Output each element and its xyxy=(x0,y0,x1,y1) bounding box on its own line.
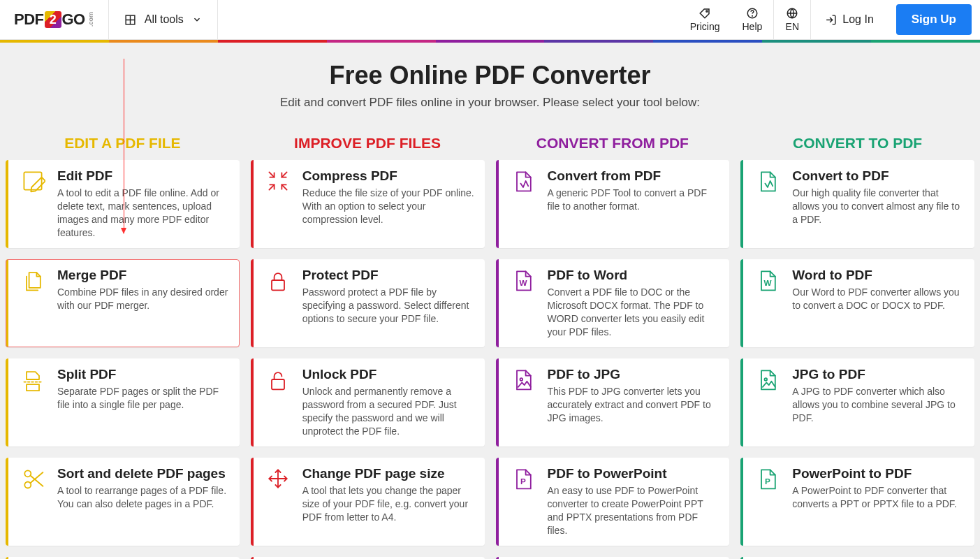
file-pdf-icon xyxy=(743,160,792,248)
tool-card[interactable]: PDF to PowerPointAn easy to use PDF to P… xyxy=(496,458,730,546)
login-label: Log In xyxy=(842,13,873,26)
brand-pre: PDF xyxy=(14,10,44,29)
all-tools-menu[interactable]: All tools xyxy=(109,0,218,39)
card-desc: Unlock and permanently remove a password… xyxy=(302,385,475,438)
tool-card[interactable]: Sort and delete PDF pagesA tool to rearr… xyxy=(6,458,240,546)
card-desc: A generic PDF Tool to convert a PDF file… xyxy=(548,187,720,213)
card-desc: A tool to rearrange pages of a PDF file.… xyxy=(57,484,230,511)
card-desc: Separate PDF pages or split the PDF file… xyxy=(57,385,230,412)
unlock-icon xyxy=(254,358,302,447)
page-subtitle: Edit and convert PDF files online in you… xyxy=(0,96,980,110)
card-body: PowerPoint to PDFA PowerPoint to PDF con… xyxy=(792,458,974,546)
tool-card[interactable]: Convert to PDFOur high quality file conv… xyxy=(740,160,974,248)
card-desc: Combine PDF files in any desired order w… xyxy=(57,286,230,312)
card-title: Split PDF xyxy=(57,367,230,382)
card-body: Edit PDFA tool to edit a PDF file online… xyxy=(57,160,240,248)
column-from: CONVERT FROM PDFConvert from PDFA generi… xyxy=(496,122,730,559)
tool-card[interactable]: Unlock PDFUnlock and permanently remove … xyxy=(251,358,485,447)
tool-card[interactable]: Compress PDFReduce the file size of your… xyxy=(251,160,485,248)
card-title: Unlock PDF xyxy=(302,367,475,382)
brand-mid: 2 xyxy=(45,11,61,28)
card-desc: Password protect a PDF file by specifyin… xyxy=(302,286,475,326)
card-title: JPG to PDF xyxy=(792,367,965,382)
svg-point-1 xyxy=(706,10,708,12)
help-label: Help xyxy=(743,21,763,32)
tool-card[interactable]: Change PDF page sizeA tool that lets you… xyxy=(251,458,485,546)
tool-card[interactable]: Edit PDFA tool to edit a PDF file online… xyxy=(6,160,240,248)
file-p-icon xyxy=(743,458,792,546)
card-body: Protect PDFPassword protect a PDF file b… xyxy=(302,259,485,347)
move-icon xyxy=(254,458,302,546)
language-switch[interactable]: EN xyxy=(774,0,810,39)
brand-post: GO xyxy=(62,10,85,29)
card-body: Split PDFSeparate PDF pages or split the… xyxy=(57,358,240,447)
card-body: Unlock PDFUnlock and permanently remove … xyxy=(302,358,485,447)
tool-card[interactable]: PowerPoint to PDFA PowerPoint to PDF con… xyxy=(740,458,974,546)
file-w-icon xyxy=(743,259,792,347)
tool-card[interactable]: Protect PDFPassword protect a PDF file b… xyxy=(251,259,485,347)
page-title: Free Online PDF Converter xyxy=(0,61,980,90)
lock-icon xyxy=(254,259,302,347)
card-desc: A JPG to PDF converter which also allows… xyxy=(792,385,965,425)
card-title: Sort and delete PDF pages xyxy=(57,466,230,481)
card-title: PDF to PowerPoint xyxy=(548,466,720,481)
grid-icon xyxy=(124,14,136,26)
tool-card[interactable]: Merge PDFCombine PDF files in any desire… xyxy=(6,259,240,347)
annotation-arrow xyxy=(124,59,124,233)
column-title: CONVERT TO PDF xyxy=(740,135,974,152)
file-img-icon xyxy=(499,358,548,447)
all-tools-label: All tools xyxy=(145,13,184,26)
card-title: PDF to JPG xyxy=(548,367,720,382)
column-title: IMPROVE PDF FILES xyxy=(251,135,485,152)
column-to: CONVERT TO PDFConvert to PDFOur high qua… xyxy=(740,122,974,559)
card-desc: This PDF to JPG converter lets you accur… xyxy=(548,385,720,425)
file-img-icon xyxy=(743,358,792,447)
card-title: PDF to Word xyxy=(548,268,720,283)
tool-card[interactable]: Word to PDFOur Word to PDF converter all… xyxy=(740,259,974,347)
card-title: Convert from PDF xyxy=(548,168,720,184)
card-title: Change PDF page size xyxy=(302,466,475,481)
tool-grid: EDIT A PDF FILEEdit PDFA tool to edit a … xyxy=(0,122,980,559)
card-body: Compress PDFReduce the file size of your… xyxy=(302,160,485,248)
tool-card[interactable]: JPG to PDFA JPG to PDF converter which a… xyxy=(740,358,974,447)
tool-card[interactable]: PDF to WordConvert a PDF file to DOC or … xyxy=(496,259,730,347)
tag-icon xyxy=(698,7,712,20)
card-title: Word to PDF xyxy=(792,268,965,283)
scissors-icon xyxy=(8,458,57,546)
card-title: Protect PDF xyxy=(302,268,475,283)
pricing-label: Pricing xyxy=(690,21,720,32)
login-button[interactable]: Log In xyxy=(811,0,887,39)
chevron-down-icon xyxy=(192,15,202,24)
column-title: EDIT A PDF FILE xyxy=(6,135,240,152)
card-desc: Reduce the file size of your PDF online.… xyxy=(302,187,475,226)
card-body: PDF to PowerPointAn easy to use PDF to P… xyxy=(548,458,730,546)
card-desc: A tool to edit a PDF file online. Add or… xyxy=(57,187,230,240)
column-title: CONVERT FROM PDF xyxy=(496,135,730,152)
card-title: Compress PDF xyxy=(302,168,475,184)
card-title: Convert to PDF xyxy=(792,168,965,184)
signup-button[interactable]: Sign Up xyxy=(896,4,972,35)
help-link[interactable]: Help xyxy=(731,0,774,39)
lang-label: EN xyxy=(786,21,799,32)
login-icon xyxy=(825,14,837,26)
card-title: PowerPoint to PDF xyxy=(792,466,965,481)
file-p-icon xyxy=(499,458,548,546)
globe-icon xyxy=(785,7,799,20)
pricing-link[interactable]: Pricing xyxy=(679,0,731,39)
brand-suffix: .com xyxy=(87,12,94,27)
card-body: Convert to PDFOur high quality file conv… xyxy=(792,160,974,248)
card-body: Merge PDFCombine PDF files in any desire… xyxy=(57,259,240,347)
card-desc: A tool that lets you change the paper si… xyxy=(302,484,475,524)
tool-card[interactable]: Split PDFSeparate PDF pages or split the… xyxy=(6,358,240,447)
card-title: Merge PDF xyxy=(57,268,230,283)
rainbow-strip xyxy=(0,40,980,43)
hero: Free Online PDF Converter Edit and conve… xyxy=(0,43,980,122)
top-nav: PDF 2 GO .com All tools Pricing Help EN … xyxy=(0,0,980,40)
card-body: Word to PDFOur Word to PDF converter all… xyxy=(792,259,974,347)
brand-logo[interactable]: PDF 2 GO .com xyxy=(0,0,109,39)
tool-card[interactable]: Convert from PDFA generic PDF Tool to co… xyxy=(496,160,730,248)
card-title: Edit PDF xyxy=(57,168,230,184)
card-body: JPG to PDFA JPG to PDF converter which a… xyxy=(792,358,974,447)
card-body: Sort and delete PDF pagesA tool to rearr… xyxy=(57,458,240,546)
tool-card[interactable]: PDF to JPGThis PDF to JPG converter lets… xyxy=(496,358,730,447)
